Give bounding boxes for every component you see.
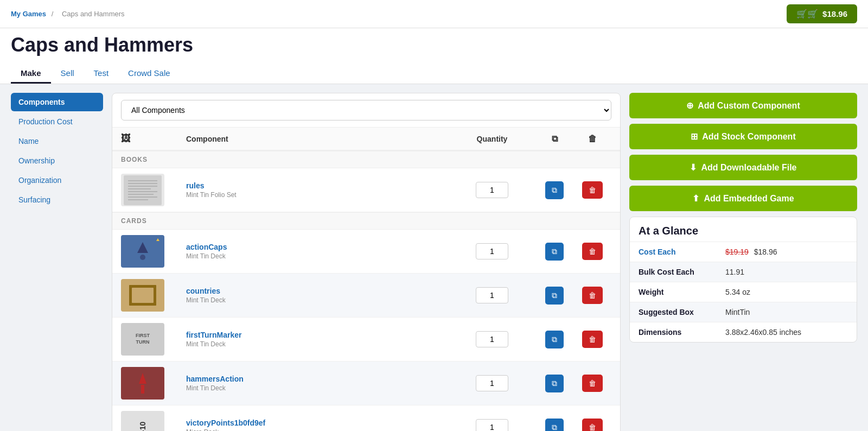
copy-button[interactable]: ⧉ [545, 419, 564, 432]
content-area: All Components Books Cards Tokens Boards… [112, 93, 621, 431]
delete-cell: 🗑 [573, 331, 611, 348]
glance-value-bulk-cost: 11.91 [725, 268, 744, 276]
sidebar-item-components[interactable]: Components [11, 93, 103, 111]
add-embedded-game-button[interactable]: ⬆ Add Embedded Game [629, 186, 857, 211]
copy-cell: ⧉ [535, 375, 573, 392]
component-name[interactable]: hammersAction [186, 375, 449, 383]
table-row: hammersAction Mint Tin Deck ⧉ 🗑 [112, 362, 620, 405]
table-row: FIRSTTURN firstTurnMarker Mint Tin Deck … [112, 318, 620, 362]
component-thumb [121, 235, 164, 268]
glance-value-suggested-box: MintTin [725, 308, 750, 316]
component-thumb: FIRSTTURN [121, 323, 164, 356]
embed-icon: ⬆ [692, 193, 699, 204]
component-name[interactable]: firstTurnMarker [186, 331, 449, 339]
sidebar-item-ownership[interactable]: Ownership [11, 151, 103, 170]
section-cards: CARDS [112, 212, 620, 230]
component-thumb [121, 174, 164, 206]
plus-icon: ⊕ [686, 100, 693, 111]
tab-test[interactable]: Test [84, 64, 119, 84]
add-download-label: Add Downloadable File [701, 163, 796, 173]
quantity-input[interactable] [476, 419, 508, 431]
copy-button[interactable]: ⧉ [545, 287, 564, 305]
quantity-input[interactable] [476, 287, 508, 303]
delete-button[interactable]: 🗑 [582, 331, 603, 348]
breadcrumb: My Games / Caps and Hammers [11, 10, 128, 18]
glance-row-weight: Weight 5.34 oz [630, 282, 857, 302]
copy-cell: ⧉ [535, 419, 573, 432]
quantity-cell [449, 182, 535, 198]
component-subtitle: Mint Tin Deck [186, 252, 449, 260]
svg-rect-0 [124, 175, 162, 205]
add-custom-component-button[interactable]: ⊕ Add Custom Component [629, 93, 857, 118]
glance-label-cost-each: Cost Each [639, 248, 725, 256]
delete-button[interactable]: 🗑 [582, 243, 603, 260]
delete-cell: 🗑 [573, 181, 611, 199]
quantity-cell [449, 287, 535, 303]
component-thumb: -10 [121, 411, 164, 431]
tab-bar: Make Sell Test Crowd Sale [11, 61, 857, 84]
add-embedded-label: Add Embedded Game [704, 194, 794, 204]
component-info: actionCaps Mint Tin Deck [186, 243, 449, 260]
th-copy: ⧉ [535, 134, 573, 144]
copy-button[interactable]: ⧉ [545, 331, 564, 348]
glance-label-weight: Weight [639, 288, 725, 296]
copy-cell: ⧉ [535, 181, 573, 199]
new-price: $18.96 [754, 248, 777, 256]
component-name[interactable]: rules [186, 181, 449, 190]
component-name[interactable]: actionCaps [186, 243, 449, 251]
quantity-input[interactable] [476, 182, 508, 198]
components-filter[interactable]: All Components Books Cards Tokens Boards [121, 100, 611, 121]
table-row: actionCaps Mint Tin Deck ⧉ 🗑 [112, 230, 620, 274]
tab-crowd-sale[interactable]: Crowd Sale [118, 64, 180, 84]
sidebar-item-organization[interactable]: Organization [11, 171, 103, 189]
right-panel: ⊕ Add Custom Component ⊞ Add Stock Compo… [629, 93, 857, 431]
delete-cell: 🗑 [573, 375, 611, 392]
copy-button[interactable]: ⧉ [545, 181, 564, 199]
sidebar: Components Production Cost Name Ownershi… [11, 93, 103, 431]
sidebar-item-production-cost[interactable]: Production Cost [11, 112, 103, 131]
breadcrumb-current: Caps and Hammers [62, 10, 125, 18]
delete-button[interactable]: 🗑 [582, 181, 603, 199]
svg-rect-15 [132, 288, 154, 303]
download-icon: ⬇ [690, 162, 697, 173]
glance-row-suggested-box: Suggested Box MintTin [630, 302, 857, 322]
tab-make[interactable]: Make [11, 64, 51, 84]
page-title: Caps and Hammers [11, 34, 857, 61]
table-row: rules Mint Tin Folio Set ⧉ 🗑 [112, 168, 620, 212]
main-layout: Components Production Cost Name Ownershi… [0, 84, 868, 431]
tab-sell[interactable]: Sell [51, 64, 84, 84]
th-quantity: Quantity [449, 135, 535, 143]
th-component: Component [186, 135, 449, 143]
add-stock-component-button[interactable]: ⊞ Add Stock Component [629, 124, 857, 149]
stock-icon: ⊞ [691, 131, 698, 142]
copy-cell: ⧉ [535, 287, 573, 305]
cart-total: $18.96 [822, 9, 847, 18]
copy-button[interactable]: ⧉ [545, 375, 564, 392]
delete-button[interactable]: 🗑 [582, 287, 603, 304]
quantity-cell [449, 375, 535, 391]
sidebar-item-surfacing[interactable]: Surfacing [11, 191, 103, 209]
quantity-input[interactable] [476, 243, 508, 259]
add-downloadable-file-button[interactable]: ⬇ Add Downloadable File [629, 155, 857, 180]
cart-button[interactable]: 🛒 $18.96 [787, 4, 857, 23]
quantity-input[interactable] [476, 331, 508, 347]
glance-label-bulk-cost: Bulk Cost Each [639, 268, 725, 276]
cart-icon: 🛒 [796, 9, 818, 19]
component-name[interactable]: countries [186, 287, 449, 295]
glance-label-suggested-box: Suggested Box [639, 308, 725, 316]
glance-row-cost-each: Cost Each $19.19 $18.96 [630, 242, 857, 262]
at-a-glance-panel: At a Glance Cost Each $19.19 $18.96 Bulk… [629, 217, 857, 343]
quantity-input[interactable] [476, 375, 508, 391]
component-name[interactable]: victoryPoints1b0fd9ef [186, 419, 449, 427]
sidebar-item-name[interactable]: Name [11, 132, 103, 150]
copy-button[interactable]: ⧉ [545, 243, 564, 261]
delete-button[interactable]: 🗑 [582, 419, 603, 431]
delete-button[interactable]: 🗑 [582, 375, 603, 392]
copy-cell: ⧉ [535, 331, 573, 348]
breadcrumb-separator: / [52, 10, 54, 18]
component-subtitle: Micro Deck [186, 428, 449, 431]
delete-cell: 🗑 [573, 287, 611, 304]
svg-rect-18 [141, 385, 144, 394]
breadcrumb-parent[interactable]: My Games [11, 10, 46, 18]
component-subtitle: Mint Tin Deck [186, 384, 449, 392]
